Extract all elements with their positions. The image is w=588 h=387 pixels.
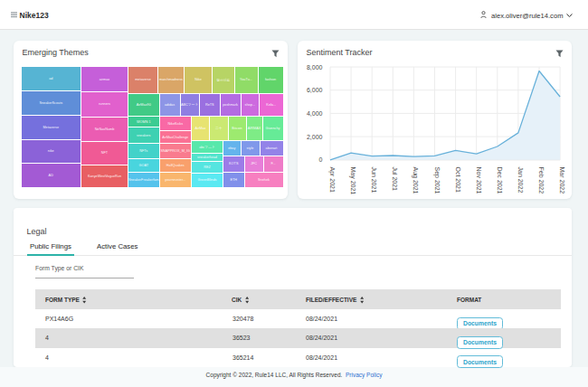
svg-text:8,000: 8,000: [307, 64, 323, 71]
svg-text:2,000: 2,000: [307, 134, 323, 140]
svg-text:Jan 2022: Jan 2022: [517, 167, 524, 194]
svg-text:Feb 2022: Feb 2022: [538, 167, 545, 194]
svg-text:Nov 2021: Nov 2021: [476, 167, 482, 194]
svg-text:Mar 2022: Mar 2022: [559, 167, 565, 194]
svg-text:Sep 2021: Sep 2021: [433, 167, 441, 194]
svg-text:Dec 2021: Dec 2021: [497, 167, 503, 194]
svg-text:Jun 2021: Jun 2021: [371, 167, 377, 194]
svg-text:Apr 2021: Apr 2021: [328, 167, 336, 194]
svg-text:0: 0: [319, 156, 323, 163]
svg-text:Oct 2021: Oct 2021: [455, 167, 461, 194]
svg-text:May 2021: May 2021: [349, 167, 356, 195]
svg-text:Jul 2021: Jul 2021: [392, 167, 398, 192]
svg-text:4,000: 4,000: [307, 110, 323, 117]
svg-text:6,000: 6,000: [307, 87, 323, 93]
svg-text:Aug 2021: Aug 2021: [412, 167, 419, 194]
